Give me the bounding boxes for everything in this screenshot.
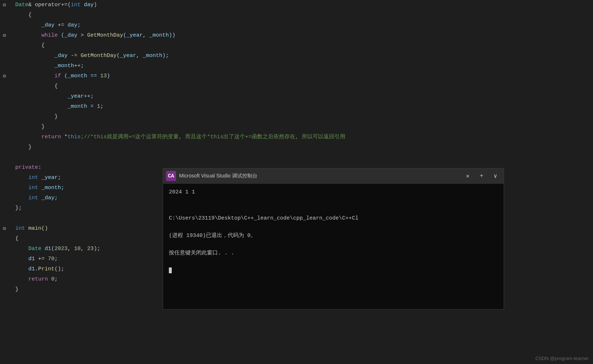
code-content: { <box>14 10 593 20</box>
code-line: _month = 1; <box>0 102 593 112</box>
code-line: { <box>0 41 593 51</box>
code-content: } <box>14 142 593 152</box>
terminal-line: 2024 1 1 <box>169 188 498 197</box>
code-content: } <box>14 122 593 132</box>
code-content: return *this;//*this就是调用+=这个运算符的变量, 而且这个… <box>14 132 593 142</box>
code-line: } <box>0 112 593 122</box>
code-content: { <box>14 41 593 51</box>
terminal-window[interactable]: CA Microsoft Visual Studio 调试控制台 ✕ + ∨ 2… <box>163 168 504 310</box>
watermark: CSDN @program-learner <box>535 356 589 361</box>
add-button[interactable]: + <box>476 171 487 181</box>
terminal-line: C:\Users\23119\Desktop\C++_learn_code\cp… <box>169 214 498 223</box>
terminal-titlebar: CA Microsoft Visual Studio 调试控制台 ✕ + ∨ <box>163 168 504 184</box>
code-line: _year++; <box>0 91 593 102</box>
code-line: _day -= GetMonthDay(_year, _month); <box>0 51 593 61</box>
code-content: _day += day; <box>14 20 593 30</box>
close-button[interactable]: ✕ <box>462 171 473 181</box>
code-line: ⊟ if (_month == 13) <box>0 71 593 81</box>
terminal-line: (进程 19340)已退出，代码为 0。 <box>169 232 498 240</box>
terminal-icon: CA <box>166 171 176 181</box>
line-gutter: ⊟ <box>0 30 14 41</box>
code-content: _month++; <box>14 61 593 71</box>
code-line: { <box>0 81 593 91</box>
terminal-title: Microsoft Visual Studio 调试控制台 <box>179 173 459 179</box>
collapse-icon[interactable]: ⊟ <box>1 30 7 41</box>
code-line: { <box>0 10 593 20</box>
code-line: _day += day; <box>0 20 593 30</box>
line-gutter: ⊟ <box>0 71 14 81</box>
code-line: _month++; <box>0 61 593 71</box>
code-content: _year++; <box>14 91 593 102</box>
code-content: Date& operator+=(int day) <box>14 0 593 10</box>
terminal-body: 2024 1 1C:\Users\23119\Desktop\C++_learn… <box>163 184 504 309</box>
code-content: _month = 1; <box>14 102 593 112</box>
code-line: ⊟Date& operator+=(int day) <box>0 0 593 10</box>
terminal-cursor <box>169 267 172 273</box>
code-line: ⊟ while (_day > GetMonthDay(_year, _mont… <box>0 30 593 41</box>
terminal-line: 按任意键关闭此窗口. . . <box>169 249 498 258</box>
collapse-icon[interactable]: ⊟ <box>1 71 7 81</box>
code-content: } <box>14 112 593 122</box>
line-gutter: ⊟ <box>0 224 14 234</box>
code-line: return *this;//*this就是调用+=这个运算符的变量, 而且这个… <box>0 132 593 142</box>
code-line: } <box>0 122 593 132</box>
code-content: if (_month == 13) <box>14 71 593 81</box>
collapse-icon[interactable]: ⊟ <box>1 0 7 10</box>
code-content: while (_day > GetMonthDay(_year, _month)… <box>14 30 593 41</box>
line-gutter: ⊟ <box>0 0 14 10</box>
code-line <box>0 152 593 163</box>
code-line: } <box>0 142 593 152</box>
collapse-icon[interactable]: ⊟ <box>1 224 7 234</box>
dropdown-button[interactable]: ∨ <box>490 171 501 181</box>
code-content: _day -= GetMonthDay(_year, _month); <box>14 51 593 61</box>
code-content: { <box>14 81 593 91</box>
